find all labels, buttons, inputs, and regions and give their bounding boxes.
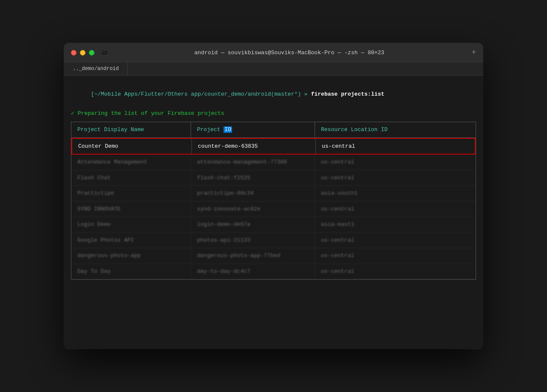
cell-name: Login Demo bbox=[71, 217, 191, 232]
table-header: Project Display Name Project ID Resource… bbox=[71, 122, 476, 138]
command-text: firebase projects:list bbox=[308, 91, 384, 97]
cell-id: dangerous-photo-app-77bed bbox=[191, 248, 315, 263]
cell-name: Google Photos API bbox=[71, 233, 191, 248]
table-row[interactable]: Flash Chat flash-chat-f2525 us-central bbox=[71, 170, 476, 186]
header-name-text: Project Display Name bbox=[77, 126, 144, 133]
cell-location: asia-south1 bbox=[315, 186, 476, 201]
cell-location: us-central bbox=[315, 264, 476, 279]
title-bar: 🗂 android — souvikbiswas@Souviks-MacBook… bbox=[64, 43, 483, 62]
cell-location: asia-east1 bbox=[315, 217, 476, 232]
table-row[interactable]: Day To Day day-to-day-dc4c7 us-central bbox=[71, 264, 476, 280]
header-name: Project Display Name bbox=[71, 122, 191, 137]
cell-id: counter-demo-63835 bbox=[192, 139, 316, 154]
cell-location: us-central bbox=[315, 233, 476, 248]
cell-location: us-central bbox=[315, 155, 476, 170]
tab-label: .._demo/android bbox=[73, 66, 119, 72]
active-tab[interactable]: .._demo/android bbox=[64, 62, 128, 75]
table-row[interactable]: Login Demo login-demo-de67a asia-east1 bbox=[71, 217, 476, 233]
terminal-body: [~/Mobile Apps/Flutter/Others app/counte… bbox=[64, 76, 483, 349]
cell-id: attendance-management-77308 bbox=[191, 155, 315, 170]
tab-bar: .._demo/android bbox=[64, 62, 483, 76]
cell-name: Flash Chat bbox=[71, 170, 191, 186]
cell-name: dangerous-photo-app bbox=[71, 248, 191, 263]
header-location: Resource Location ID bbox=[315, 122, 476, 137]
cell-name: Attendance Management bbox=[71, 155, 191, 170]
maximize-button[interactable] bbox=[89, 50, 94, 56]
traffic-lights bbox=[71, 50, 94, 56]
cell-id: day-to-day-dc4c7 bbox=[191, 264, 315, 279]
terminal-window: 🗂 android — souvikbiswas@Souviks-MacBook… bbox=[64, 43, 483, 349]
prompt-path: [~/Mobile Apps/Flutter/Others app/counte… bbox=[91, 91, 308, 97]
cell-location: us-central bbox=[315, 202, 476, 217]
cell-id: synd-innovate-ac62e bbox=[191, 202, 315, 217]
cell-name: SYND INNOVATE bbox=[71, 202, 191, 217]
window-title: android — souvikbiswas@Souviks-MacBook-P… bbox=[111, 50, 468, 56]
cell-id: practictipe-80c34 bbox=[191, 186, 315, 201]
header-id-prefix: Project bbox=[197, 126, 224, 133]
cell-id: flash-chat-f2525 bbox=[191, 170, 315, 186]
cell-name: Counter Demo bbox=[72, 139, 192, 154]
cell-location: us-central bbox=[315, 170, 476, 186]
header-id-highlight: ID bbox=[224, 126, 232, 133]
table-row[interactable]: Google Photos API photos-api-21133 us-ce… bbox=[71, 233, 476, 249]
table-row[interactable]: dangerous-photo-app dangerous-photo-app-… bbox=[71, 248, 476, 264]
close-button[interactable] bbox=[71, 50, 76, 56]
table-row[interactable]: SYND INNOVATE synd-innovate-ac62e us-cen… bbox=[71, 202, 476, 217]
new-tab-button[interactable]: + bbox=[471, 48, 476, 57]
command-line: [~/Mobile Apps/Flutter/Others app/counte… bbox=[71, 82, 476, 107]
header-location-text: Resource Location ID bbox=[321, 126, 388, 133]
cell-id: photos-api-21133 bbox=[191, 233, 315, 248]
table-row[interactable]: Practictipe practictipe-80c34 asia-south… bbox=[71, 186, 476, 202]
projects-table: Project Display Name Project ID Resource… bbox=[71, 122, 476, 280]
cell-location: us-central bbox=[316, 139, 475, 154]
table-row[interactable]: Attendance Management attendance-managem… bbox=[71, 155, 476, 170]
minimize-button[interactable] bbox=[80, 50, 85, 56]
cell-name: Practictipe bbox=[71, 186, 191, 201]
table-body: Counter Demo counter-demo-63835 us-centr… bbox=[71, 138, 476, 280]
table-row[interactable]: Counter Demo counter-demo-63835 us-centr… bbox=[71, 138, 476, 155]
folder-icon: 🗂 bbox=[101, 49, 107, 56]
status-line: ✓ Preparing the list of your Firebase pr… bbox=[71, 109, 476, 118]
cell-location: us-central bbox=[315, 248, 476, 263]
cell-name: Day To Day bbox=[71, 264, 191, 279]
cell-id: login-demo-de67a bbox=[191, 217, 315, 232]
header-id: Project ID bbox=[191, 122, 315, 137]
